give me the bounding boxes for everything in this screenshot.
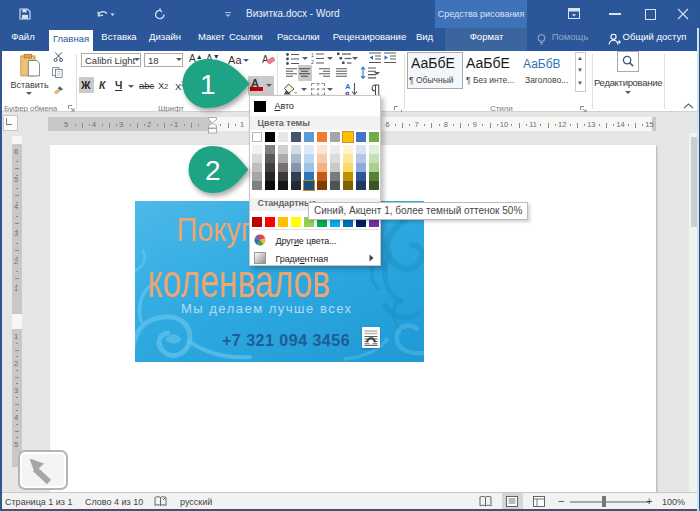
svg-text:1: 1 (311, 52, 314, 58)
svg-text:2: 2 (205, 155, 221, 186)
svg-text:А: А (262, 54, 269, 65)
svg-text:1: 1 (200, 69, 216, 100)
